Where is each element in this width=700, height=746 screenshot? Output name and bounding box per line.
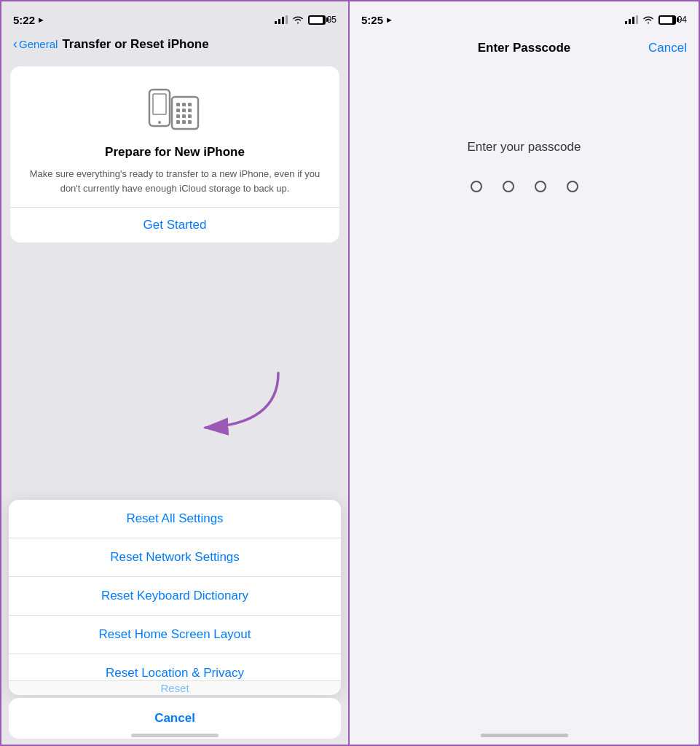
svg-rect-17 (176, 120, 180, 124)
svg-rect-3 (286, 15, 288, 24)
reset-options-sheet: Reset All Settings Reset Network Setting… (9, 500, 341, 692)
signal-icon-right (625, 15, 638, 24)
svg-point-6 (158, 121, 161, 124)
location-arrow-left: ► (37, 15, 45, 24)
passcode-dot-4 (567, 181, 578, 192)
passcode-title: Enter Passcode (361, 41, 687, 55)
reset-partial-text: Reset (160, 682, 189, 694)
svg-rect-4 (149, 90, 170, 126)
svg-rect-19 (188, 120, 192, 124)
location-arrow-right: ► (385, 15, 393, 24)
svg-rect-9 (182, 103, 186, 106)
home-indicator-left (131, 734, 219, 737)
reset-option-keyboard[interactable]: Reset Keyboard Dictionary (9, 577, 341, 616)
svg-rect-2 (282, 17, 284, 24)
svg-rect-0 (275, 21, 277, 24)
phone-icon-wrap (146, 84, 204, 135)
svg-rect-15 (182, 114, 186, 118)
back-button-left[interactable]: ‹ General (13, 36, 58, 52)
wifi-icon-left (292, 15, 304, 24)
passcode-nav: Enter Passcode Cancel (350, 34, 699, 67)
reset-partial-peek: Reset (9, 680, 341, 695)
svg-rect-16 (188, 114, 192, 118)
passcode-dot-2 (503, 181, 514, 192)
right-panel: 5:25 ► 94 Enter Passcode Cancel (350, 0, 700, 746)
svg-rect-7 (172, 97, 198, 129)
svg-rect-8 (176, 103, 180, 106)
arrow-annotation (147, 358, 307, 446)
status-bar-right: 5:25 ► 94 (350, 1, 699, 34)
time-right: 5:25 ► (361, 14, 393, 26)
nav-title-left: Transfer or Reset iPhone (62, 37, 208, 52)
cancel-button-left[interactable]: Cancel (9, 698, 341, 739)
reset-option-network[interactable]: Reset Network Settings (9, 538, 341, 577)
svg-rect-1 (278, 19, 280, 24)
prepare-card-title: Prepare for New iPhone (105, 145, 245, 160)
svg-rect-24 (636, 15, 638, 24)
prepare-card-desc: Make sure everything's ready to transfer… (25, 167, 325, 195)
chevron-left-icon: ‹ (13, 36, 17, 52)
battery-left: 95 (308, 15, 337, 25)
time-left: 5:22 ► (13, 14, 45, 26)
svg-rect-18 (182, 120, 186, 124)
battery-text-right: 94 (677, 15, 687, 25)
left-panel: 5:22 ► 95 ‹ (0, 0, 350, 746)
svg-rect-5 (153, 94, 166, 114)
status-bar-left: 5:22 ► 95 (1, 1, 348, 34)
prepare-card: Prepare for New iPhone Make sure everyth… (10, 66, 339, 243)
get-started-button[interactable]: Get Started (25, 208, 325, 243)
wifi-icon-right (642, 15, 654, 24)
time-text: 5:22 (13, 14, 35, 26)
svg-rect-13 (188, 109, 192, 112)
signal-icon-left (275, 15, 288, 24)
passcode-prompt: Enter your passcode (468, 140, 581, 154)
svg-rect-21 (625, 21, 627, 24)
time-text-right: 5:25 (361, 14, 383, 26)
passcode-body: Enter your passcode (350, 140, 699, 192)
svg-rect-22 (629, 19, 631, 24)
svg-rect-14 (176, 114, 180, 118)
home-indicator-right (481, 734, 568, 737)
back-label: General (19, 38, 58, 50)
svg-rect-10 (188, 103, 192, 106)
battery-right: 94 (658, 15, 687, 25)
phone-transfer-icon (146, 84, 204, 135)
reset-option-home-screen[interactable]: Reset Home Screen Layout (9, 616, 341, 654)
reset-option-all-settings[interactable]: Reset All Settings (9, 500, 341, 538)
svg-rect-11 (176, 109, 180, 112)
cancel-sheet: Cancel (9, 698, 341, 739)
status-icons-left: 95 (275, 15, 337, 25)
passcode-dots (471, 181, 578, 192)
nav-bar-left: ‹ General Transfer or Reset iPhone (1, 34, 348, 58)
passcode-dot-3 (535, 181, 546, 192)
passcode-cancel-button[interactable]: Cancel (648, 41, 687, 55)
passcode-dot-1 (471, 181, 482, 192)
battery-text-left: 95 (327, 15, 337, 25)
status-icons-right: 94 (625, 15, 687, 25)
svg-rect-23 (632, 17, 634, 24)
svg-rect-12 (182, 109, 186, 112)
